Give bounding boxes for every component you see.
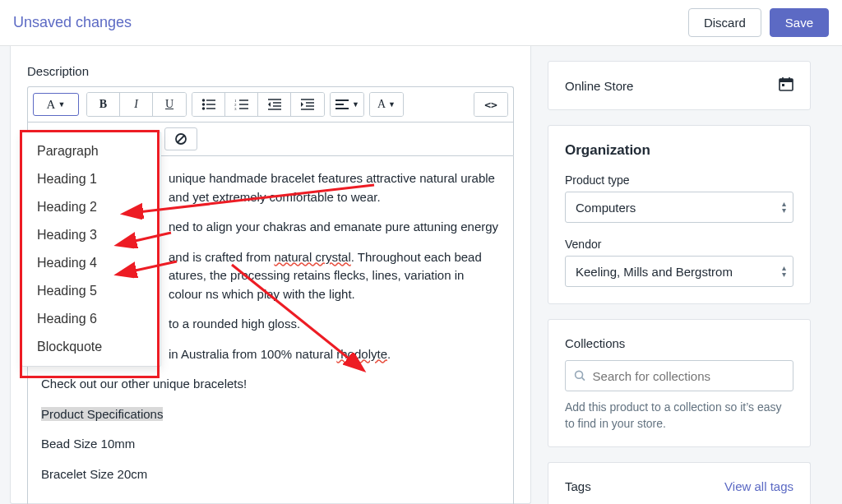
outdent-button[interactable] (258, 93, 291, 116)
format-dropdown-menu: ParagraphHeading 1Heading 2Heading 3Head… (21, 132, 161, 367)
list-indent-group: 123 (192, 92, 325, 117)
product-type-select[interactable]: Computers ▴▾ (565, 192, 793, 223)
collections-search-wrapper (565, 360, 793, 391)
indent-button[interactable] (291, 93, 324, 116)
format-dropdown-button[interactable]: A▼ (33, 93, 79, 116)
editor-line: unique handmade bracelet features attrac… (169, 171, 495, 204)
unsaved-changes-title: Unsaved changes (13, 14, 132, 31)
editor-line: rhodolyte (336, 347, 387, 361)
format-option-heading-4[interactable]: Heading 4 (22, 249, 160, 277)
vendor-value: Keeling, Mills and Bergstrom (576, 265, 733, 279)
svg-rect-28 (780, 79, 793, 82)
editor-line: Product Specifications (41, 407, 163, 421)
editor-line: natural crystal (274, 250, 350, 264)
collections-search-input[interactable] (593, 369, 784, 383)
svg-line-33 (582, 377, 585, 380)
format-option-paragraph[interactable]: Paragraph (22, 137, 160, 165)
clear-formatting-button[interactable] (164, 127, 197, 150)
rte-toolbar: A▼ B I U 123 (27, 86, 514, 122)
svg-point-4 (202, 108, 204, 109)
product-type-label: Product type (565, 173, 793, 187)
editor-line: . (387, 347, 391, 361)
description-label: Description (27, 64, 514, 78)
format-option-blockquote[interactable]: Blockquote (22, 333, 160, 361)
view-all-tags-link[interactable]: View all tags (724, 479, 793, 493)
html-group: <> (474, 92, 508, 117)
editor-line: in Australia from 100% natural (169, 347, 336, 361)
unsaved-changes-bar: Unsaved changes Discard Save (0, 0, 842, 46)
editor-line: ned to align your chakras and emanate pu… (169, 220, 498, 234)
svg-marker-16 (268, 102, 271, 107)
svg-point-32 (576, 371, 583, 378)
align-group: ▼ (330, 92, 364, 117)
svg-line-26 (178, 136, 184, 142)
select-arrows-icon: ▴▾ (782, 265, 786, 278)
discard-button[interactable]: Discard (688, 8, 761, 37)
format-option-heading-6[interactable]: Heading 6 (22, 305, 160, 333)
editor-line: Bead Size 10mm (41, 437, 135, 451)
organization-card: Organization Product type Computers ▴▾ V… (548, 125, 811, 304)
tags-card: Tags View all tags (548, 462, 811, 504)
italic-button[interactable]: I (120, 93, 153, 116)
format-option-heading-1[interactable]: Heading 1 (22, 165, 160, 193)
text-color-group: A▼ (369, 92, 404, 117)
vendor-select[interactable]: Keeling, Mills and Bergstrom ▴▾ (565, 256, 793, 287)
topbar-actions: Discard Save (688, 8, 829, 37)
calendar-icon[interactable] (779, 76, 793, 95)
online-store-card: Online Store (548, 61, 811, 110)
bullet-list-button[interactable] (192, 93, 225, 116)
editor-line: Bracelet Size 20cm (41, 467, 147, 481)
format-option-heading-2[interactable]: Heading 2 (22, 193, 160, 221)
editor-line: to a rounded high gloss. (169, 317, 300, 331)
svg-text:3: 3 (234, 107, 237, 111)
collections-label: Collections (565, 336, 793, 350)
text-style-group: B I U (86, 92, 187, 117)
product-type-value: Computers (576, 201, 636, 215)
numbered-list-button[interactable]: 123 (225, 93, 258, 116)
tags-label: Tags (565, 479, 591, 493)
svg-marker-21 (301, 102, 303, 107)
svg-rect-31 (782, 84, 784, 86)
editor-line: and is crafted from (169, 250, 274, 264)
svg-point-2 (202, 104, 204, 105)
format-option-heading-5[interactable]: Heading 5 (22, 277, 160, 305)
align-button[interactable]: ▼ (331, 93, 363, 116)
editor-line: Check out our other unique bracelets! (41, 377, 247, 391)
collections-card: Collections Add this product to a collec… (548, 319, 811, 447)
underline-button[interactable]: U (153, 93, 186, 116)
text-color-button[interactable]: A▼ (370, 93, 403, 116)
save-button[interactable]: Save (770, 8, 829, 37)
search-icon (574, 369, 586, 382)
collections-hint: Add this product to a collection so it’s… (565, 400, 793, 432)
svg-point-0 (202, 99, 204, 101)
select-arrows-icon: ▴▾ (782, 201, 786, 214)
bold-button[interactable]: B (87, 93, 120, 116)
online-store-title: Online Store (565, 79, 633, 93)
format-option-heading-3[interactable]: Heading 3 (22, 221, 160, 249)
html-view-button[interactable]: <> (474, 93, 507, 116)
organization-title: Organization (565, 142, 793, 159)
vendor-label: Vendor (565, 238, 793, 251)
